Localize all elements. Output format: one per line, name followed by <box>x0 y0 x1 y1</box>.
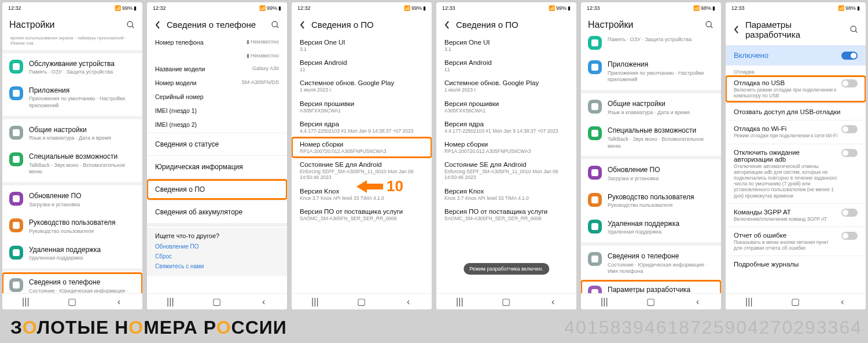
nav-recents[interactable]: ||| <box>20 299 31 305</box>
opt-revoke-usb[interactable]: Отозвать доступ для USB-отладки <box>726 105 866 119</box>
item-update[interactable]: Обновление ПОЗагрузка и установка <box>2 187 142 213</box>
footer-link-update[interactable]: Обновление ПО <box>155 242 279 251</box>
svg-point-0 <box>127 21 133 27</box>
footer-search: Ищете что-то другое? Обновление ПО Сброс… <box>147 228 287 276</box>
row-oneui[interactable]: Версия One UI3.1 <box>436 35 576 56</box>
opt-wifi-debug[interactable]: Отладка по Wi-FiРежим отладки при подклю… <box>726 122 866 142</box>
toggle-switch[interactable] <box>841 209 858 217</box>
status-icons: 📶 99%▮ <box>115 5 137 11</box>
svg-line-8 <box>855 31 857 32</box>
status-bar: 12:32📶 99%▮ <box>147 2 287 14</box>
remote-icon <box>9 246 23 260</box>
toggle-switch[interactable] <box>841 125 858 133</box>
page-title: Настройки <box>9 20 122 30</box>
opt-usb-debug[interactable]: Отладка по USBВключить режим отладки при… <box>726 76 866 102</box>
row-oneui[interactable]: Версия One UI3.1 <box>292 35 432 56</box>
header: Сведения о ПО <box>436 14 576 35</box>
about-phone-icon <box>9 278 23 292</box>
footer-link-contact[interactable]: Свяжитесь с нами <box>155 261 279 271</box>
opt-logs[interactable]: Подробные журналы <box>726 257 866 271</box>
svg-line-1 <box>132 26 134 28</box>
back-button[interactable] <box>299 21 307 29</box>
link-status[interactable]: Сведения о статусе <box>147 134 287 154</box>
toggle-switch[interactable] <box>841 232 858 240</box>
page-title: Сведения о телефоне <box>167 20 266 30</box>
row-kernel[interactable]: Версия ядра4.4.177-22502103 #1 Mon Jan 9… <box>436 117 576 137</box>
footer-link-reset[interactable]: Сброс <box>155 251 279 261</box>
item-remote[interactable]: Удаленная поддержкаУдаленная поддержка <box>581 214 721 241</box>
toggle-switch[interactable] <box>841 149 858 157</box>
nav-back[interactable]: ‹ <box>114 299 124 305</box>
item-general[interactable]: Общие настройкиЯзык и клавиатура · Дата … <box>2 121 142 147</box>
device-care-icon <box>588 36 602 50</box>
row-build-number[interactable]: Номер сборкиRP1A.200720.012.A305FNPUS6CW… <box>292 137 432 158</box>
item-device-care-cut[interactable]: Память · ОЗУ · Защита устройства <box>581 36 721 55</box>
item-apps[interactable]: ПриложенияПриложения по умолчанию · Наст… <box>581 55 721 89</box>
row-model-number: Номер моделиSM-A305FN/DS <box>147 76 287 90</box>
about-content: Номер телефона▮ Неизвестно ▮ Неизвестно … <box>147 35 287 293</box>
row-googleplay[interactable]: Системное обнов. Google Play1 июля 2023 … <box>436 76 576 96</box>
back-button[interactable] <box>443 21 451 29</box>
row-googleplay[interactable]: Системное обнов. Google Play1 июля 2023 … <box>292 76 432 96</box>
back-button[interactable] <box>154 21 162 29</box>
item-about-phone[interactable]: Сведения о телефонеСостояние · Юридическ… <box>581 247 721 280</box>
tap-annotation: 10 <box>356 177 403 195</box>
manual-icon <box>9 218 23 232</box>
back-button[interactable] <box>733 25 741 34</box>
opt-bugreport[interactable]: Отчет об ошибкеПоказывать в меню кнопки … <box>726 228 866 254</box>
general-icon <box>588 100 602 114</box>
opt-adb-auth[interactable]: Отключить ожидание авторизации adbОтключ… <box>726 145 866 202</box>
row-baseband[interactable]: Версия прошивкиA305FXXS6CWA1 <box>292 97 432 117</box>
item-manual[interactable]: Руководство пользователяРуководство поль… <box>2 213 142 240</box>
item-manual[interactable]: Руководство пользователяРуководство поль… <box>581 188 721 214</box>
search-icon[interactable] <box>271 20 280 30</box>
item-apps[interactable]: ПриложенияПриложения по умолчанию · Наст… <box>2 81 142 115</box>
cut-item-top: время использования экрана · таймеры при… <box>2 36 142 49</box>
row-se[interactable]: Состояние SE для AndroidEnforcing SEPF_S… <box>436 158 576 184</box>
nav-bar: ||| ▢ ‹ <box>2 293 142 309</box>
item-accessibility[interactable]: Специальные возможностиTalkBack · Звук м… <box>581 121 721 155</box>
accessibility-icon <box>588 126 602 140</box>
manual-icon <box>588 193 602 207</box>
row-csc[interactable]: Версия ПО от поставщика услугиSAOMC_SM-A… <box>436 205 576 225</box>
row-kernel[interactable]: Версия ядра4.4.177-22502103 #1 Mon Jan 9… <box>292 117 432 137</box>
search-icon[interactable] <box>705 20 714 30</box>
header: Сведения о телефоне <box>147 14 287 35</box>
opt-3gpp[interactable]: Команды 3GPP ATВключение/отключение кома… <box>726 205 866 225</box>
device-care-icon <box>9 60 23 74</box>
item-general[interactable]: Общие настройкиЯзык и клавиатура · Дата … <box>581 94 721 121</box>
nav-home[interactable]: ▢ <box>67 299 78 305</box>
general-icon <box>9 126 23 140</box>
nav-bar: |||▢‹ <box>436 293 576 309</box>
nav-bar: |||▢‹ <box>581 293 721 309</box>
link-legal[interactable]: Юридическая информация <box>147 157 287 177</box>
item-remote[interactable]: Удаленная поддержкаУдаленная поддержка <box>2 240 142 267</box>
item-about-phone[interactable]: Сведения о телефонеСостояние · Юридическ… <box>2 273 142 293</box>
row-android[interactable]: Версия Android11 <box>292 56 432 76</box>
master-toggle[interactable]: Включено <box>726 45 866 65</box>
nav-bar: |||▢‹ <box>292 293 432 309</box>
row-android[interactable]: Версия Android11 <box>436 56 576 76</box>
search-icon[interactable] <box>126 20 135 30</box>
toggle-switch[interactable] <box>841 79 858 87</box>
section-debug: Отладка <box>726 65 866 76</box>
item-update[interactable]: Обновление ПОЗагрузка и установка <box>581 160 721 187</box>
row-baseband[interactable]: Версия прошивкиA305FXXS6CWA1 <box>436 97 576 117</box>
faded-digits: 40158394618725904270293364 <box>564 317 862 338</box>
link-software-info[interactable]: Сведения о ПО <box>147 180 287 199</box>
link-battery[interactable]: Сведения об аккумуляторе <box>147 202 287 222</box>
search-icon[interactable] <box>849 25 859 34</box>
status-bar: 12:32📶 99%▮ <box>292 2 432 14</box>
row-csc[interactable]: Версия ПО от поставщика услугиSAOMC_SM-A… <box>292 205 432 225</box>
row-build-number[interactable]: Номер сборкиRP1A.200720.012.A305FNPUS6CW… <box>436 137 576 158</box>
item-device-care[interactable]: Обслуживание устройстваПамять · ОЗУ · За… <box>2 54 142 81</box>
header: Сведения о ПО <box>292 14 432 35</box>
svg-line-3 <box>277 26 278 28</box>
page-title: Настройки <box>588 20 700 30</box>
item-developer-options[interactable]: Параметры разработчикаПараметры разработ… <box>581 280 721 293</box>
status-time: 12:32 <box>8 5 21 11</box>
toggle-switch[interactable] <box>841 52 858 60</box>
brand-banner: ЗОЛОТЫЕ НОМЕРА РОССИИ 401583946187259042… <box>0 312 868 343</box>
row-knox[interactable]: Версия KnoxKnox 3.7 Knox API level 33 TI… <box>436 184 576 205</box>
item-accessibility[interactable]: Специальные возможностиTalkBack · Звук м… <box>2 147 142 181</box>
